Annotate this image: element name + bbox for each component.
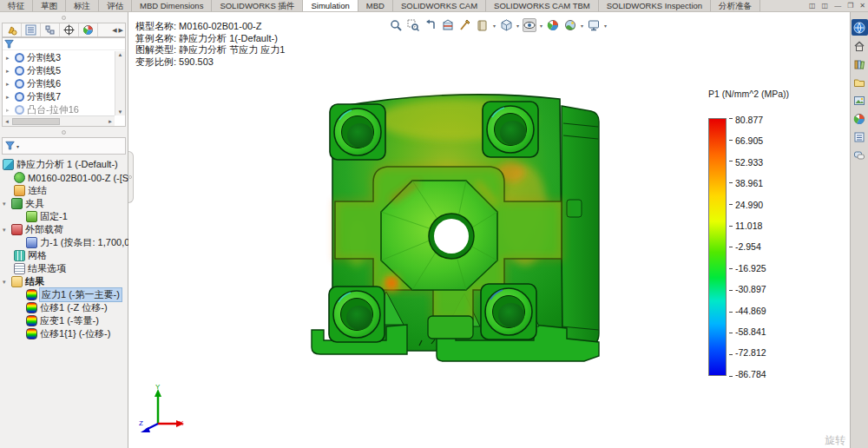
dropdown-icon[interactable]: ▾: [604, 23, 607, 29]
tree-item-results[interactable]: ▾ 结果: [0, 275, 128, 288]
section-view-icon[interactable]: [441, 18, 455, 32]
panel-splitter-middle[interactable]: [0, 127, 128, 137]
tab-solidworks-inspection[interactable]: SOLIDWORKS Inspection: [599, 0, 711, 11]
close-icon[interactable]: ✕: [859, 2, 865, 10]
previous-view-icon[interactable]: [424, 18, 437, 32]
tree-item-fixtures[interactable]: ▾ 夹具: [0, 197, 128, 210]
tab-features[interactable]: 特征: [0, 0, 33, 11]
tab-featuremanager-tree[interactable]: [3, 23, 22, 36]
view-settings-monitor-icon[interactable]: [587, 18, 601, 32]
pane-toggle-left-icon[interactable]: ◫: [809, 2, 816, 10]
filter-dropdown-icon[interactable]: ▾: [16, 143, 19, 149]
tree-item-splitline7[interactable]: ▸ 分割线7: [3, 90, 115, 103]
tab-display-manager[interactable]: [79, 23, 98, 36]
design-library-icon[interactable]: [852, 56, 868, 72]
panel-splitter-top[interactable]: [0, 12, 128, 23]
legend-labels: 80.877 66.905 52.933 38.961 24.990 11.01…: [735, 115, 766, 379]
expander-icon[interactable]: ▾: [3, 279, 9, 286]
tree-item-label: 连结: [28, 184, 47, 197]
scroll-up-icon[interactable]: ▲: [118, 52, 123, 57]
dropdown-icon[interactable]: ▾: [493, 23, 496, 29]
tab-configuration-manager[interactable]: [41, 23, 60, 36]
scroll-left-icon[interactable]: ◄: [4, 119, 10, 124]
results-folder-icon: [11, 276, 23, 287]
view-palette-icon[interactable]: [852, 92, 868, 109]
tree-item-partial[interactable]: ▸ 凸台-拉伸16: [3, 103, 115, 115]
expander-icon[interactable]: ▸: [6, 68, 12, 75]
dropdown-icon[interactable]: ▾: [581, 23, 583, 29]
pane-toggle-right-icon[interactable]: ◫: [822, 2, 829, 10]
tree-item-displacement1[interactable]: 位移1 (-Z 位移-): [0, 301, 128, 314]
dynamic-annotation-icon[interactable]: [458, 18, 472, 32]
feature-tree-hscrollbar[interactable]: ◄ ►: [3, 115, 115, 126]
fm-tabs-scroll-right-icon[interactable]: ▶: [119, 27, 123, 34]
file-explorer-icon[interactable]: [852, 74, 868, 90]
tree-item-label: M0160-02B01-00-Z (-[S: [28, 173, 128, 183]
expander-icon[interactable]: ▸: [6, 55, 12, 62]
zoom-fit-icon[interactable]: [389, 18, 403, 32]
tab-dimxpert-manager[interactable]: [60, 23, 79, 36]
tree-item-splitline3[interactable]: ▸ 分割线3: [3, 51, 115, 64]
tree-item-stress1[interactable]: 应力1 (-第一主要-): [0, 288, 128, 301]
restore-icon[interactable]: ❐: [847, 2, 853, 10]
fea-model-render[interactable]: [306, 69, 603, 372]
forum-icon[interactable]: [852, 147, 868, 163]
tree-item-fixed1[interactable]: 固定-1: [0, 210, 128, 223]
tree-item-part[interactable]: M0160-02B01-00-Z (-[S: [0, 171, 128, 184]
tree-item-result-options[interactable]: 结果选项: [0, 262, 128, 275]
tree-item-splitline6[interactable]: ▸ 分割线6: [3, 77, 115, 90]
expander-icon[interactable]: ▸: [6, 81, 12, 88]
tree-item-force1[interactable]: 力-1 (按条目: 1,700,000: [0, 236, 128, 249]
view-orientation-cube-icon[interactable]: [499, 18, 513, 32]
study-root[interactable]: 静应力分析 1 (-Default-): [0, 158, 128, 171]
tree-item-mesh[interactable]: 网格: [0, 249, 128, 262]
resources-home-icon[interactable]: [852, 37, 868, 54]
expander-icon[interactable]: ▾: [3, 201, 9, 208]
hscroll-thumb[interactable]: [12, 118, 60, 125]
tab-solidworks-cam-tbm[interactable]: SOLIDWORKS CAM TBM: [486, 0, 599, 11]
graphics-viewport[interactable]: 模型名称: M0160-02B01-00-Z 算例名称: 静应力分析 1(-De…: [128, 12, 850, 448]
tab-simulation[interactable]: Simulation: [303, 0, 358, 11]
apply-scene-icon[interactable]: [563, 18, 577, 32]
tab-mbd-dimensions[interactable]: MBD Dimensions: [132, 0, 212, 11]
tab-mbd[interactable]: MBD: [358, 0, 393, 11]
fm-tabs-scroll-left-icon[interactable]: ◀: [112, 27, 116, 34]
tab-property-manager[interactable]: [22, 23, 41, 36]
legend-value: 38.961: [735, 179, 766, 188]
filter-funnel-icon[interactable]: [5, 141, 15, 151]
tab-sketch[interactable]: 草图: [33, 0, 66, 11]
dropdown-icon[interactable]: ▾: [540, 23, 542, 29]
tree-item-splitline5[interactable]: ▸ 分割线5: [3, 64, 115, 77]
tree-item-external-loads[interactable]: ▾ 外部载荷: [0, 223, 128, 236]
tree-item-label: 应变1 (-等量-): [40, 314, 99, 327]
tab-analysis-preparation[interactable]: 分析准备: [711, 0, 760, 11]
tab-annotate[interactable]: 标注: [66, 0, 99, 11]
filter-funnel-icon[interactable]: [4, 39, 14, 49]
zoom-area-icon[interactable]: [406, 18, 420, 32]
tree-item-label: 位移1 (-Z 位移-): [40, 301, 108, 314]
expander-icon[interactable]: ▾: [3, 227, 9, 234]
custom-properties-icon[interactable]: [852, 128, 868, 145]
minimize-icon[interactable]: —: [834, 2, 841, 10]
tree-item-strain1[interactable]: 应变1 (-等量-): [0, 314, 128, 327]
panel-collapse-handle[interactable]: [128, 151, 134, 203]
tab-solidworks-addins[interactable]: SOLIDWORKS 插件: [212, 0, 303, 11]
tab-evaluate[interactable]: 评估: [99, 0, 132, 11]
tree-item-displacement1-1[interactable]: 位移1{1} (-位移-): [0, 327, 128, 340]
appearance-book-icon[interactable]: [476, 18, 490, 32]
edit-appearance-icon[interactable]: [546, 18, 560, 32]
appearances-scenes-icon[interactable]: [852, 110, 868, 127]
tab-solidworks-cam[interactable]: SOLIDWORKS CAM: [393, 0, 486, 11]
simulation-filter-row: ▾: [2, 137, 126, 155]
hide-show-items-eye-icon[interactable]: [523, 18, 536, 32]
scroll-right-icon[interactable]: ►: [108, 119, 113, 124]
dropdown-icon[interactable]: ▾: [516, 23, 519, 29]
feature-tree-vscrollbar[interactable]: ▲ ▼: [115, 51, 125, 115]
scroll-down-icon[interactable]: ▼: [118, 109, 123, 115]
tree-item-connections[interactable]: 连结: [0, 184, 128, 197]
feature-tree-icon: [6, 24, 17, 36]
legend-color-bar[interactable]: [708, 118, 727, 376]
expander-icon[interactable]: ▸: [6, 94, 12, 101]
3dexperience-icon[interactable]: [852, 19, 868, 36]
expander-icon[interactable]: ▸: [6, 107, 12, 114]
